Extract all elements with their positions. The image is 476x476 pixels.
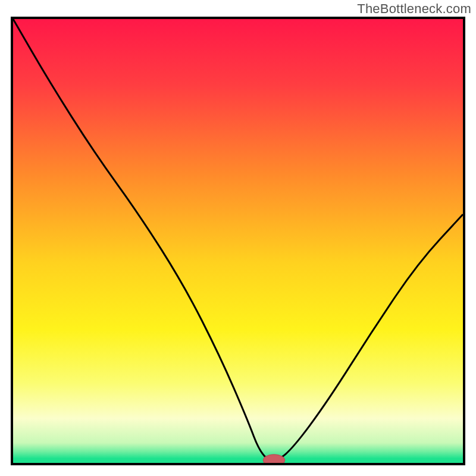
watermark-text: TheBottleneck.com	[357, 1, 471, 17]
chart-stage: TheBottleneck.com	[0, 0, 476, 476]
axes-frame	[11, 17, 465, 465]
